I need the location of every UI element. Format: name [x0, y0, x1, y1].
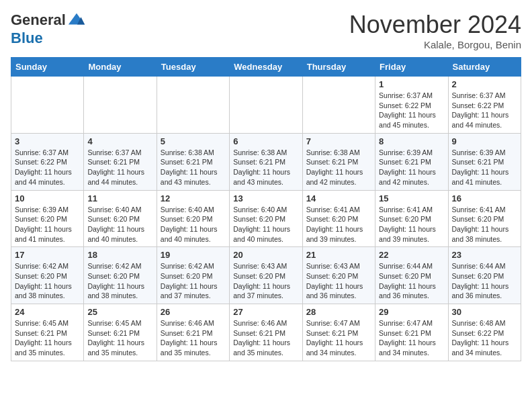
month-title: November 2024: [349, 11, 521, 39]
day-cell: 18Sunrise: 6:42 AM Sunset: 6:20 PM Dayli…: [84, 247, 157, 304]
header-day-friday: Friday: [375, 58, 448, 77]
day-number: 7: [306, 136, 371, 146]
day-number: 14: [306, 193, 371, 203]
day-detail: Sunrise: 6:48 AM Sunset: 6:22 PM Dayligh…: [452, 318, 517, 358]
day-detail: Sunrise: 6:44 AM Sunset: 6:20 PM Dayligh…: [452, 261, 517, 301]
day-cell: 6Sunrise: 6:38 AM Sunset: 6:21 PM Daylig…: [230, 133, 302, 190]
day-cell: 30Sunrise: 6:48 AM Sunset: 6:22 PM Dayli…: [448, 304, 521, 361]
day-cell: 26Sunrise: 6:46 AM Sunset: 6:21 PM Dayli…: [157, 304, 229, 361]
day-cell: [302, 77, 375, 134]
day-detail: Sunrise: 6:37 AM Sunset: 6:22 PM Dayligh…: [379, 91, 444, 130]
header-row: SundayMondayTuesdayWednesdayThursdayFrid…: [11, 58, 521, 77]
day-cell: 5Sunrise: 6:38 AM Sunset: 6:21 PM Daylig…: [157, 133, 229, 190]
header-day-sunday: Sunday: [11, 58, 84, 77]
day-detail: Sunrise: 6:47 AM Sunset: 6:21 PM Dayligh…: [306, 318, 371, 358]
day-cell: 21Sunrise: 6:43 AM Sunset: 6:20 PM Dayli…: [302, 247, 375, 304]
logo: General Blue: [11, 11, 86, 47]
day-number: 26: [161, 307, 226, 317]
title-section: November 2024 Kalale, Borgou, Benin: [349, 11, 521, 50]
day-number: 13: [233, 193, 298, 203]
day-number: 4: [87, 136, 152, 146]
day-cell: 12Sunrise: 6:40 AM Sunset: 6:20 PM Dayli…: [157, 190, 229, 247]
day-cell: 1Sunrise: 6:37 AM Sunset: 6:22 PM Daylig…: [375, 77, 448, 134]
day-cell: 16Sunrise: 6:41 AM Sunset: 6:20 PM Dayli…: [448, 190, 521, 247]
day-cell: 24Sunrise: 6:45 AM Sunset: 6:21 PM Dayli…: [11, 304, 84, 361]
day-cell: 25Sunrise: 6:45 AM Sunset: 6:21 PM Dayli…: [84, 304, 157, 361]
day-detail: Sunrise: 6:37 AM Sunset: 6:22 PM Dayligh…: [452, 91, 517, 130]
calendar-body: 1Sunrise: 6:37 AM Sunset: 6:22 PM Daylig…: [11, 77, 521, 361]
day-detail: Sunrise: 6:42 AM Sunset: 6:20 PM Dayligh…: [161, 261, 226, 301]
page-header: General Blue November 2024 Kalale, Borgo…: [11, 11, 521, 50]
day-detail: Sunrise: 6:39 AM Sunset: 6:21 PM Dayligh…: [379, 148, 444, 187]
day-number: 27: [233, 307, 298, 317]
day-detail: Sunrise: 6:41 AM Sunset: 6:20 PM Dayligh…: [306, 205, 371, 244]
calendar-header: SundayMondayTuesdayWednesdayThursdayFrid…: [11, 58, 521, 77]
day-number: 3: [15, 136, 80, 146]
header-day-wednesday: Wednesday: [230, 58, 302, 77]
day-detail: Sunrise: 6:40 AM Sunset: 6:20 PM Dayligh…: [233, 205, 298, 244]
location-text: Kalale, Borgou, Benin: [349, 39, 521, 50]
day-detail: Sunrise: 6:38 AM Sunset: 6:21 PM Dayligh…: [306, 148, 371, 187]
day-cell: 7Sunrise: 6:38 AM Sunset: 6:21 PM Daylig…: [302, 133, 375, 190]
logo-general-text: General: [11, 11, 66, 29]
day-detail: Sunrise: 6:41 AM Sunset: 6:20 PM Dayligh…: [379, 205, 444, 244]
day-detail: Sunrise: 6:40 AM Sunset: 6:20 PM Dayligh…: [161, 205, 226, 244]
day-detail: Sunrise: 6:44 AM Sunset: 6:20 PM Dayligh…: [379, 261, 444, 301]
day-number: 11: [87, 193, 152, 203]
day-detail: Sunrise: 6:37 AM Sunset: 6:22 PM Dayligh…: [15, 148, 80, 187]
day-cell: [11, 77, 84, 134]
day-number: 19: [161, 250, 226, 260]
week-row-5: 24Sunrise: 6:45 AM Sunset: 6:21 PM Dayli…: [11, 304, 521, 361]
day-detail: Sunrise: 6:45 AM Sunset: 6:21 PM Dayligh…: [87, 318, 152, 358]
day-number: 22: [379, 250, 444, 260]
day-cell: 17Sunrise: 6:42 AM Sunset: 6:20 PM Dayli…: [11, 247, 84, 304]
day-cell: 29Sunrise: 6:47 AM Sunset: 6:21 PM Dayli…: [375, 304, 448, 361]
day-cell: [157, 77, 229, 134]
day-number: 25: [87, 307, 152, 317]
day-detail: Sunrise: 6:45 AM Sunset: 6:21 PM Dayligh…: [15, 318, 80, 358]
day-cell: 2Sunrise: 6:37 AM Sunset: 6:22 PM Daylig…: [448, 77, 521, 134]
logo-icon: [67, 11, 86, 30]
day-detail: Sunrise: 6:37 AM Sunset: 6:21 PM Dayligh…: [87, 148, 152, 187]
day-number: 28: [306, 307, 371, 317]
day-detail: Sunrise: 6:46 AM Sunset: 6:21 PM Dayligh…: [161, 318, 226, 358]
day-detail: Sunrise: 6:46 AM Sunset: 6:21 PM Dayligh…: [233, 318, 298, 358]
day-cell: 20Sunrise: 6:43 AM Sunset: 6:20 PM Dayli…: [230, 247, 302, 304]
day-number: 6: [233, 136, 298, 146]
header-day-thursday: Thursday: [302, 58, 375, 77]
day-detail: Sunrise: 6:43 AM Sunset: 6:20 PM Dayligh…: [233, 261, 298, 301]
day-number: 15: [379, 193, 444, 203]
day-detail: Sunrise: 6:38 AM Sunset: 6:21 PM Dayligh…: [233, 148, 298, 187]
day-cell: 4Sunrise: 6:37 AM Sunset: 6:21 PM Daylig…: [84, 133, 157, 190]
week-row-2: 3Sunrise: 6:37 AM Sunset: 6:22 PM Daylig…: [11, 133, 521, 190]
day-number: 16: [452, 193, 517, 203]
day-number: 8: [379, 136, 444, 146]
day-number: 29: [379, 307, 444, 317]
day-cell: 27Sunrise: 6:46 AM Sunset: 6:21 PM Dayli…: [230, 304, 302, 361]
logo-blue-text: Blue: [11, 30, 43, 47]
day-number: 18: [87, 250, 152, 260]
day-cell: [230, 77, 302, 134]
header-day-monday: Monday: [84, 58, 157, 77]
week-row-4: 17Sunrise: 6:42 AM Sunset: 6:20 PM Dayli…: [11, 247, 521, 304]
day-detail: Sunrise: 6:38 AM Sunset: 6:21 PM Dayligh…: [161, 148, 226, 187]
day-cell: 22Sunrise: 6:44 AM Sunset: 6:20 PM Dayli…: [375, 247, 448, 304]
day-detail: Sunrise: 6:47 AM Sunset: 6:21 PM Dayligh…: [379, 318, 444, 358]
day-cell: [84, 77, 157, 134]
day-number: 2: [452, 79, 517, 89]
day-number: 12: [161, 193, 226, 203]
day-number: 17: [15, 250, 80, 260]
day-number: 1: [379, 79, 444, 89]
day-number: 24: [15, 307, 80, 317]
day-number: 30: [452, 307, 517, 317]
week-row-1: 1Sunrise: 6:37 AM Sunset: 6:22 PM Daylig…: [11, 77, 521, 134]
day-cell: 23Sunrise: 6:44 AM Sunset: 6:20 PM Dayli…: [448, 247, 521, 304]
header-day-saturday: Saturday: [448, 58, 521, 77]
day-cell: 15Sunrise: 6:41 AM Sunset: 6:20 PM Dayli…: [375, 190, 448, 247]
calendar-table: SundayMondayTuesdayWednesdayThursdayFrid…: [11, 57, 521, 361]
day-cell: 14Sunrise: 6:41 AM Sunset: 6:20 PM Dayli…: [302, 190, 375, 247]
day-cell: 3Sunrise: 6:37 AM Sunset: 6:22 PM Daylig…: [11, 133, 84, 190]
day-cell: 13Sunrise: 6:40 AM Sunset: 6:20 PM Dayli…: [230, 190, 302, 247]
day-detail: Sunrise: 6:40 AM Sunset: 6:20 PM Dayligh…: [87, 205, 152, 244]
day-detail: Sunrise: 6:42 AM Sunset: 6:20 PM Dayligh…: [87, 261, 152, 301]
